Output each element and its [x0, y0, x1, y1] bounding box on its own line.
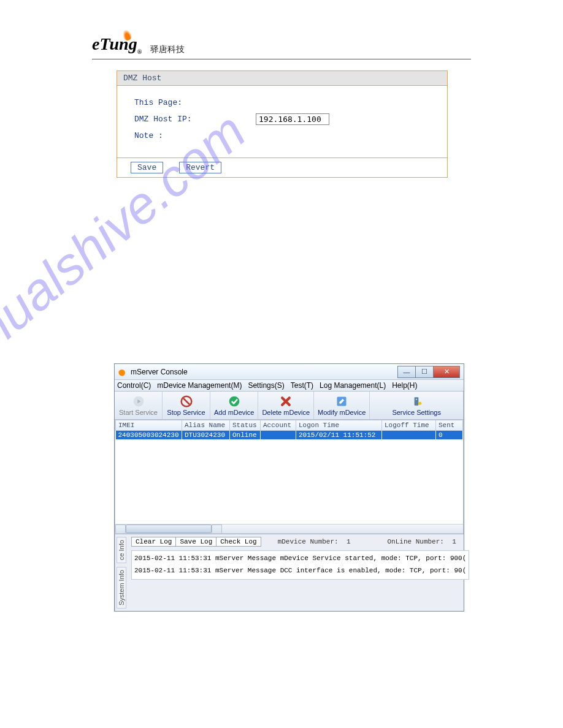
- online-number: OnLine Number: 1: [388, 538, 456, 545]
- mserver-console-window: mServer Console — ☐ ✕ Control(C) mDevice…: [114, 363, 464, 612]
- dmz-ip-label: DMZ Host IP:: [134, 115, 251, 124]
- cell-sent: 0: [436, 431, 463, 440]
- save-log-button[interactable]: Save Log: [175, 537, 216, 547]
- svg-point-7: [416, 398, 417, 400]
- save-button[interactable]: Save: [131, 162, 163, 173]
- col-logoff-time[interactable]: Logoff Time: [382, 420, 436, 431]
- maximize-button[interactable]: ☐: [415, 366, 434, 378]
- svg-point-8: [418, 401, 421, 404]
- col-account[interactable]: Account: [261, 420, 296, 431]
- clear-log-button[interactable]: Clear Log: [131, 537, 176, 547]
- dmz-note-label: Note :: [134, 131, 251, 140]
- cell-account: [261, 431, 296, 440]
- x-icon: [280, 395, 292, 408]
- window-title: mServer Console: [131, 368, 394, 376]
- minimize-button[interactable]: —: [397, 366, 416, 378]
- bottom-area: System Info ce Info Clear Log Save Log C…: [115, 534, 464, 611]
- dmz-ip-input[interactable]: [256, 113, 329, 125]
- menu-control[interactable]: Control(C): [117, 381, 151, 390]
- stop-service-button[interactable]: Stop Service: [163, 392, 210, 419]
- server-icon: [410, 395, 423, 408]
- col-imei[interactable]: IMEI: [116, 420, 182, 431]
- pencil-icon: [335, 395, 348, 408]
- bottom-content: Clear Log Save Log Check Log mDevice Num…: [128, 534, 473, 611]
- logo: eTung®: [92, 36, 142, 55]
- dmz-title: DMZ Host: [117, 71, 447, 86]
- cell-alias-name: DTU3024230: [182, 431, 230, 440]
- mdevice-number: mDevice Number: 1: [278, 538, 351, 545]
- scrollbar-thumb[interactable]: [126, 525, 212, 533]
- cell-logon-time: 2015/02/11 11:51:52: [296, 431, 382, 440]
- cell-imei: 240305003024230: [116, 431, 182, 440]
- delete-mdevice-label: Delete mDevice: [262, 409, 310, 416]
- horizontal-scrollbar[interactable]: [115, 524, 463, 533]
- start-service-label: Start Service: [119, 409, 158, 416]
- check-log-button[interactable]: Check Log: [216, 537, 261, 547]
- start-service-button[interactable]: Start Service: [115, 392, 163, 419]
- add-mdevice-button[interactable]: Add mDevice: [210, 392, 258, 419]
- page-header: eTung® 驿唐科技: [92, 36, 471, 59]
- menu-test[interactable]: Test(T): [291, 381, 313, 390]
- svg-line-3: [183, 398, 190, 404]
- service-settings-label: Service Settings: [392, 409, 440, 416]
- table-row[interactable]: 240305003024230 DTU3024230 Online 2015/0…: [116, 431, 463, 440]
- menu-log-management[interactable]: Log Management(L): [320, 381, 386, 390]
- stop-service-label: Stop Service: [167, 409, 205, 416]
- tab-ice-info[interactable]: ce Info: [117, 537, 126, 563]
- titlebar[interactable]: mServer Console — ☐ ✕: [115, 364, 464, 380]
- side-tabs: System Info ce Info: [115, 534, 128, 611]
- menu-mdevice-management[interactable]: mDevice Management(M): [157, 381, 242, 390]
- log-line: 2015-02-11 11:53:31 mServer Message DCC …: [134, 565, 466, 577]
- logo-subtitle: 驿唐科技: [150, 44, 185, 55]
- check-icon: [228, 395, 240, 408]
- menubar: Control(C) mDevice Management(M) Setting…: [115, 380, 464, 392]
- log-output: 2015-02-11 11:53:31 mServer Message mDev…: [131, 550, 469, 580]
- col-alias-name[interactable]: Alias Name: [182, 420, 230, 431]
- col-logon-time[interactable]: Logon Time: [296, 420, 382, 431]
- revert-button[interactable]: Revert: [179, 162, 221, 173]
- log-line: 2015-02-11 11:53:31 mServer Message mDev…: [134, 553, 466, 565]
- col-sent[interactable]: Sent: [436, 420, 463, 431]
- col-status[interactable]: Status: [230, 420, 261, 431]
- logo-registered: ®: [137, 48, 142, 55]
- device-table-container: IMEI Alias Name Status Account Logon Tim…: [115, 420, 464, 534]
- modify-mdevice-label: Modify mDevice: [318, 409, 366, 416]
- close-button[interactable]: ✕: [433, 366, 460, 378]
- svg-point-4: [229, 396, 239, 406]
- tab-system-info[interactable]: System Info: [117, 567, 126, 609]
- cell-logoff-time: [382, 431, 436, 440]
- svg-rect-6: [415, 397, 419, 405]
- modify-mdevice-button[interactable]: Modify mDevice: [314, 392, 370, 419]
- menu-help[interactable]: Help(H): [392, 381, 417, 390]
- this-page-label: This Page:: [134, 98, 251, 107]
- delete-mdevice-button[interactable]: Delete mDevice: [258, 392, 314, 419]
- menu-settings[interactable]: Settings(S): [248, 381, 284, 390]
- app-icon: [118, 368, 127, 376]
- add-mdevice-label: Add mDevice: [214, 409, 254, 416]
- dmz-panel: DMZ Host This Page: DMZ Host IP: Note : …: [117, 70, 448, 178]
- dmz-body: This Page: DMZ Host IP: Note :: [117, 86, 447, 157]
- cell-status: Online: [230, 431, 261, 440]
- service-settings-button[interactable]: Service Settings: [370, 392, 464, 419]
- device-table: IMEI Alias Name Status Account Logon Tim…: [115, 420, 463, 439]
- stop-icon: [180, 395, 193, 408]
- play-icon: [132, 395, 145, 408]
- toolbar: Start Service Stop Service Add mDevice D…: [115, 392, 464, 420]
